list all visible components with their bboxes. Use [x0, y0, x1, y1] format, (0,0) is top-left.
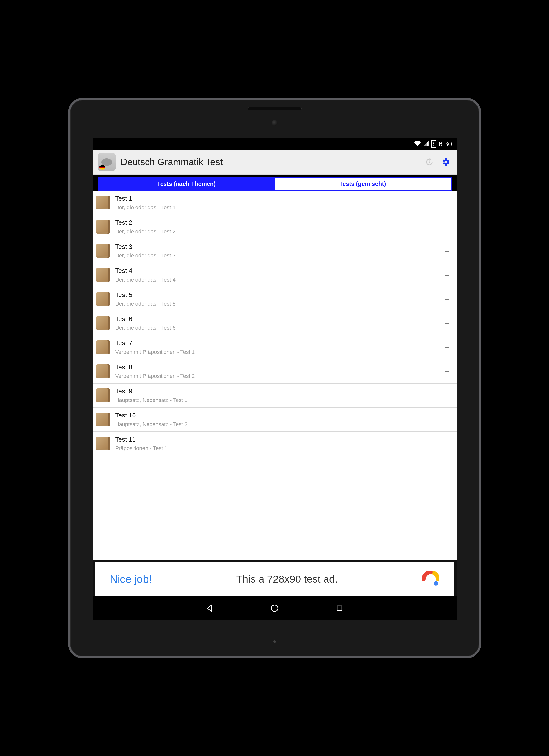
list-item-texts: Test 7 Verben mit Präpositionen - Test 1	[115, 339, 438, 355]
tablet-frame: 6:30 Deutsch Grammatik Test Tes	[68, 98, 481, 658]
list-item-subtitle: Der, die oder das - Test 4	[115, 277, 438, 283]
tab-by-topic[interactable]: Tests (nach Themen)	[98, 178, 275, 190]
book-icon	[96, 196, 110, 209]
book-icon	[96, 268, 110, 282]
list-item-subtitle: Der, die oder das - Test 5	[115, 301, 438, 307]
tab-label: Tests (gemischt)	[340, 180, 386, 187]
list-item[interactable]: Test 3 Der, die oder das - Test 3 –	[93, 239, 457, 263]
list-item-texts: Test 9 Hauptsatz, Nebensatz - Test 1	[115, 387, 438, 403]
list-item-title: Test 10	[115, 412, 438, 419]
ad-message: This a 728x90 test ad.	[162, 573, 412, 585]
status-time: 6:30	[439, 140, 452, 148]
list-item-texts: Test 6 Der, die oder das - Test 6	[115, 315, 438, 331]
svg-point-1	[271, 605, 278, 611]
screen: 6:30 Deutsch Grammatik Test Tes	[93, 138, 457, 620]
settings-icon[interactable]	[440, 156, 452, 168]
wifi-icon	[414, 140, 421, 148]
device-camera	[272, 120, 278, 126]
tab-bar: Tests (nach Themen) Tests (gemischt)	[98, 177, 452, 191]
list-item-texts: Test 11 Präpositionen - Test 1	[115, 436, 438, 452]
list-item-status: –	[444, 439, 451, 448]
list-item-subtitle: Hauptsatz, Nebensatz - Test 2	[115, 421, 438, 428]
list-item-subtitle: Der, die oder das - Test 2	[115, 228, 438, 235]
list-item[interactable]: Test 8 Verben mit Präpositionen - Test 2…	[93, 359, 457, 384]
list-item-texts: Test 5 Der, die oder das - Test 5	[115, 291, 438, 307]
list-item-texts: Test 4 Der, die oder das - Test 4	[115, 267, 438, 283]
tab-label: Tests (nach Themen)	[157, 180, 216, 187]
list-item-status: –	[444, 295, 451, 303]
list-item-status: –	[444, 319, 451, 327]
list-item-status: –	[444, 367, 451, 375]
list-item-texts: Test 8 Verben mit Präpositionen - Test 2	[115, 363, 438, 379]
device-speaker	[248, 107, 302, 110]
list-item-texts: Test 1 Der, die oder das - Test 1	[115, 195, 438, 211]
history-icon[interactable]	[423, 156, 435, 168]
book-icon	[96, 292, 110, 306]
list-item-subtitle: Der, die oder das - Test 3	[115, 252, 438, 259]
book-icon	[96, 340, 110, 354]
list-item-texts: Test 10 Hauptsatz, Nebensatz - Test 2	[115, 412, 438, 428]
list-item-subtitle: Verben mit Präpositionen - Test 1	[115, 349, 438, 355]
list-item[interactable]: Test 6 Der, die oder das - Test 6 –	[93, 311, 457, 335]
book-icon	[96, 220, 110, 234]
list-item-subtitle: Präpositionen - Test 1	[115, 445, 438, 452]
list-item-subtitle: Verben mit Präpositionen - Test 2	[115, 373, 438, 379]
book-icon	[96, 413, 110, 426]
book-icon	[96, 244, 110, 258]
nav-back-button[interactable]	[204, 603, 215, 614]
list-item-status: –	[444, 271, 451, 279]
list-item-texts: Test 3 Der, die oder das - Test 3	[115, 243, 438, 259]
list-item-status: –	[444, 198, 451, 207]
list-item-texts: Test 2 Der, die oder das - Test 2	[115, 219, 438, 235]
book-icon	[96, 437, 110, 450]
ad-banner[interactable]: Nice job! This a 728x90 test ad.	[93, 560, 457, 596]
list-item-title: Test 1	[115, 195, 438, 202]
list-item-title: Test 3	[115, 243, 438, 251]
list-item[interactable]: Test 11 Präpositionen - Test 1 –	[93, 432, 457, 456]
list-item-title: Test 7	[115, 339, 438, 347]
admob-icon	[422, 571, 439, 588]
app-title: Deutsch Grammatik Test	[121, 157, 418, 167]
list-item-title: Test 5	[115, 291, 438, 299]
nav-home-button[interactable]	[269, 603, 280, 614]
battery-icon	[431, 140, 436, 148]
ad-nice-text: Nice job!	[110, 573, 152, 585]
list-item-title: Test 2	[115, 219, 438, 226]
list-item-title: Test 8	[115, 363, 438, 371]
svg-point-0	[434, 581, 438, 586]
list-item-title: Test 4	[115, 267, 438, 275]
list-item-subtitle: Der, die oder das - Test 1	[115, 204, 438, 211]
list-item-status: –	[444, 343, 451, 351]
list-item[interactable]: Test 2 Der, die oder das - Test 2 –	[93, 215, 457, 239]
list-item[interactable]: Test 7 Verben mit Präpositionen - Test 1…	[93, 335, 457, 359]
book-icon	[96, 316, 110, 330]
list-item-status: –	[444, 391, 451, 400]
book-icon	[96, 364, 110, 378]
list-item-subtitle: Der, die oder das - Test 6	[115, 325, 438, 331]
tab-mixed[interactable]: Tests (gemischt)	[275, 178, 451, 190]
list-item-status: –	[444, 222, 451, 231]
svg-rect-2	[337, 606, 342, 611]
list-item[interactable]: Test 9 Hauptsatz, Nebensatz - Test 1 –	[93, 384, 457, 408]
list-item-status: –	[444, 247, 451, 255]
device-home-indicator	[273, 640, 276, 643]
list-item[interactable]: Test 5 Der, die oder das - Test 5 –	[93, 287, 457, 311]
list-item-title: Test 11	[115, 436, 438, 443]
list-item[interactable]: Test 10 Hauptsatz, Nebensatz - Test 2 –	[93, 408, 457, 432]
status-bar: 6:30	[93, 138, 457, 150]
test-list[interactable]: Test 1 Der, die oder das - Test 1 – Test…	[93, 191, 457, 560]
book-icon	[96, 388, 110, 402]
nav-recent-button[interactable]	[334, 603, 345, 614]
list-item-title: Test 6	[115, 315, 438, 323]
list-item-status: –	[444, 415, 451, 424]
signal-icon	[423, 140, 429, 148]
app-icon	[98, 153, 116, 171]
system-nav-bar	[93, 596, 457, 620]
list-item[interactable]: Test 4 Der, die oder das - Test 4 –	[93, 263, 457, 287]
action-bar: Deutsch Grammatik Test	[93, 150, 457, 175]
list-item[interactable]: Test 1 Der, die oder das - Test 1 –	[93, 191, 457, 215]
list-item-title: Test 9	[115, 387, 438, 395]
list-item-subtitle: Hauptsatz, Nebensatz - Test 1	[115, 397, 438, 403]
